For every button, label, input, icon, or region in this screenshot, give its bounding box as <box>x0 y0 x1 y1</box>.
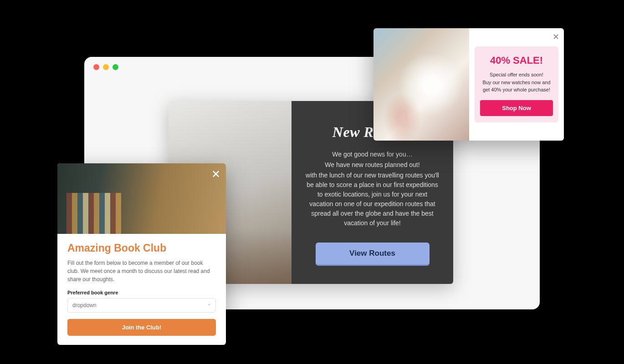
routes-body: We got good news for you… We have new ro… <box>305 150 440 229</box>
book-content: Amazing Book Club Fill out the form belo… <box>57 234 226 345</box>
book-title: Amazing Book Club <box>67 242 216 254</box>
sale-text: Special offer ends soon! Buy our new wat… <box>480 71 553 94</box>
window-close-icon[interactable] <box>93 64 99 70</box>
close-icon[interactable]: ✕ <box>552 32 559 42</box>
genre-select-wrap <box>67 298 216 319</box>
genre-dropdown[interactable] <box>67 298 216 313</box>
sale-title: 40% SALE! <box>480 55 553 66</box>
window-maximize-icon[interactable] <box>113 64 118 70</box>
genre-label: Preferred book genre <box>67 290 216 295</box>
book-description: Fill out the form below to become a memb… <box>67 259 216 283</box>
sale-content: ✕ 40% SALE! Special offer ends soon! Buy… <box>469 28 564 141</box>
routes-line-3: with the lunch of our new travelling rou… <box>305 171 440 228</box>
routes-line-2: We have new routes planned out! <box>305 160 440 170</box>
shop-now-button[interactable]: Shop Now <box>480 100 553 116</box>
sale-hero-image <box>373 28 469 141</box>
close-icon[interactable]: ✕ <box>211 168 220 181</box>
window-minimize-icon[interactable] <box>103 64 109 70</box>
sale-inner: 40% SALE! Special offer ends soon! Buy o… <box>475 46 558 122</box>
view-routes-button[interactable]: View Routes <box>316 243 430 266</box>
book-hero-image: ✕ <box>57 163 226 234</box>
book-club-popup: ✕ Amazing Book Club Fill out the form be… <box>57 163 226 345</box>
sale-line-1: Special offer ends soon! <box>480 71 553 79</box>
routes-line-1: We got good news for you… <box>305 150 440 159</box>
join-club-button[interactable]: Join the Club! <box>67 319 216 336</box>
sale-line-2: Buy our new watches now and get 40% your… <box>480 79 553 94</box>
sale-popup: ✕ 40% SALE! Special offer ends soon! Buy… <box>373 28 564 141</box>
